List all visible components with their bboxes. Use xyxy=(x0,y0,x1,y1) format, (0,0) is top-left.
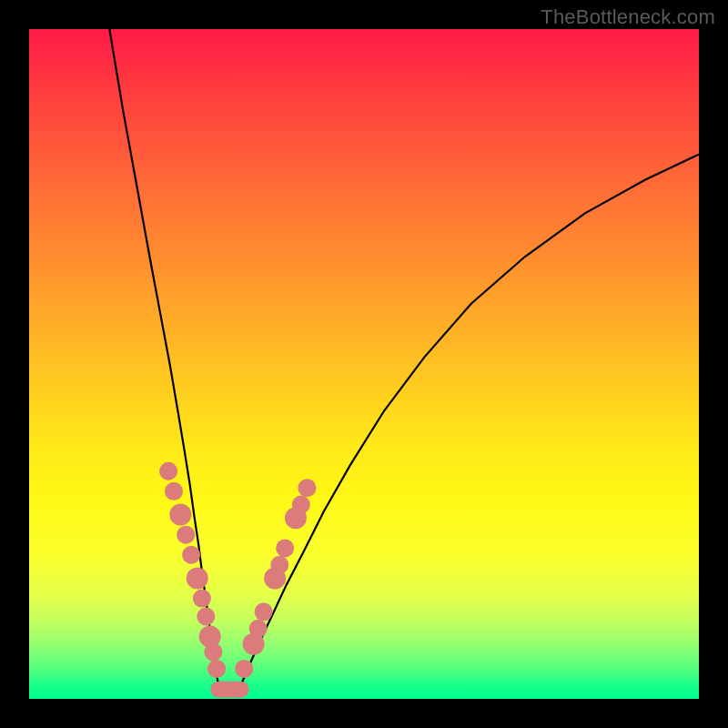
data-point-right xyxy=(249,620,268,638)
right-curve xyxy=(241,155,699,686)
data-point-left xyxy=(193,590,211,608)
data-point-left xyxy=(182,546,200,564)
data-point-right xyxy=(298,479,316,497)
data-point-right xyxy=(292,496,310,514)
data-point-left xyxy=(207,660,226,678)
data-point-left xyxy=(159,462,177,480)
data-point-right xyxy=(270,556,288,574)
data-point-left xyxy=(204,642,222,661)
watermark-text: TheBottleneck.com xyxy=(541,5,715,29)
data-point-left xyxy=(165,482,183,500)
bottom-pill-marker xyxy=(210,682,248,698)
data-point-left xyxy=(187,568,208,590)
data-point-left xyxy=(177,526,195,544)
data-point-right xyxy=(276,539,294,557)
plot-area xyxy=(29,29,699,699)
data-point-left xyxy=(197,607,215,625)
data-markers xyxy=(159,462,316,698)
data-point-right xyxy=(255,602,273,621)
data-point-left xyxy=(169,504,191,526)
chart-svg xyxy=(29,29,699,699)
chart-frame: TheBottleneck.com xyxy=(0,0,728,728)
data-point-right xyxy=(235,660,253,678)
